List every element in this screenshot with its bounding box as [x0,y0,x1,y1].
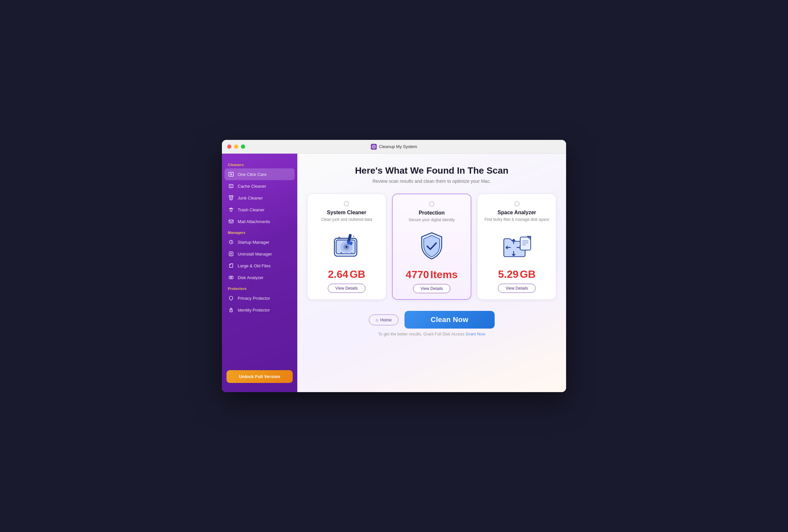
system-cleaner-unit: GB [350,268,365,281]
system-cleaner-card: System Cleaner Clean junk and cluttered … [307,193,386,300]
minimize-button[interactable] [234,144,238,149]
sidebar-item-one-click-care[interactable]: One Click Care [224,168,295,180]
protection-title: Protection [419,210,445,216]
sidebar-item-disk-analyzer[interactable]: Disk Analyzer [222,271,297,283]
main-title: Here's What We Found In The Scan [307,165,556,176]
app-title: Cleanup My System [379,144,417,149]
cache-cleaner-label: Cache Cleaner [238,184,266,189]
trash-cleaner-label: Trash Cleaner [238,207,264,212]
home-icon: ⌂ [376,318,378,322]
disk-analyzer-icon [228,274,234,281]
traffic-lights [227,144,245,149]
junk-cleaner-icon [228,195,234,201]
system-cleaner-view-details-button[interactable]: View Details [328,284,366,293]
protection-illustration [414,230,450,263]
large-old-files-icon [228,262,234,269]
space-analyzer-value: 5.29 [498,268,518,281]
identity-protector-label: Identity Protector [238,308,270,312]
svg-point-16 [346,246,348,248]
sidebar-item-privacy-protector[interactable]: Privacy Protector [222,292,297,304]
svg-point-9 [231,277,232,278]
space-analyzer-title: Space Analyzer [497,210,536,216]
titlebar-title: Cleanup My System [371,144,417,150]
svg-rect-21 [520,237,531,250]
sidebar-item-uninstall-manager[interactable]: Uninstall Manager [222,248,297,260]
system-cleaner-radio[interactable] [344,201,349,206]
space-analyzer-unit: GB [520,268,536,281]
bottom-hint: To get the better results, Grant Full Di… [378,332,486,336]
svg-rect-2 [229,184,233,188]
sidebar-item-large-old-files[interactable]: Large & Old Files [222,260,297,271]
unlock-full-version-button[interactable]: Unlock Full Version [226,370,293,383]
protection-view-details-button[interactable]: View Details [413,284,451,293]
large-old-files-label: Large & Old Files [238,263,271,268]
protection-desc: Secure your digital identity [409,218,455,222]
svg-point-11 [231,310,232,311]
hint-text: To get the better results, Grant Full Di… [378,332,465,336]
mail-attachments-icon [228,218,234,225]
space-analyzer-view-details-button[interactable]: View Details [498,284,536,293]
managers-section-label: Managers [222,227,297,236]
main-header: Here's What We Found In The Scan Review … [297,154,566,190]
cards-row: System Cleaner Clean junk and cluttered … [297,190,566,306]
sidebar-item-identity-protector[interactable]: Identity Protector [222,304,297,316]
system-cleaner-illustration [329,230,365,262]
protection-value: 4770 [406,269,429,281]
system-cleaner-value: 2.64 [328,268,348,281]
system-cleaner-desc: Clean junk and cluttered data [321,217,372,222]
home-label: Home [380,318,392,322]
main-subtitle: Review scan results and clean them to op… [307,179,556,184]
main-content: Here's What We Found In The Scan Review … [297,154,566,392]
protection-card: Protection Secure your digital identity [392,193,472,300]
startup-manager-icon [228,239,234,245]
privacy-protector-icon [228,295,234,301]
svg-rect-3 [229,196,233,197]
svg-rect-4 [229,220,233,223]
bottom-actions: ⌂ Home Clean Now [307,311,556,329]
protection-unit: Items [430,269,458,281]
app-body: Cleaners One Click Care Cache [222,154,566,392]
trash-cleaner-icon [228,206,234,213]
close-button[interactable] [227,144,232,149]
sidebar-item-trash-cleaner[interactable]: Trash Cleaner [222,204,297,216]
titlebar: Cleanup My System [222,140,566,154]
clean-now-button[interactable]: Clean Now [405,311,495,329]
protection-radio[interactable] [429,202,434,207]
maximize-button[interactable] [241,144,245,149]
cleaners-section-label: Cleaners [222,160,297,168]
space-analyzer-radio[interactable] [514,201,519,206]
space-analyzer-card: Space Analyzer Find bulky files & manage… [477,193,556,300]
sidebar-item-junk-cleaner[interactable]: Junk Cleaner [222,192,297,204]
space-analyzer-desc: Find bulky files & manage disk space [485,217,549,222]
sidebar-item-cache-cleaner[interactable]: Cache Cleaner [222,180,297,192]
startup-manager-label: Startup Manager [238,240,270,245]
identity-protector-icon [228,307,234,313]
protectors-section-label: Protectors [222,283,297,292]
junk-cleaner-label: Junk Cleaner [238,196,263,201]
svg-point-19 [340,252,342,253]
mail-attachments-label: Mail Attachments [238,219,270,224]
uninstall-manager-label: Uninstall Manager [238,251,272,257]
space-analyzer-value-row: 5.29 GB [498,268,536,281]
app-icon [371,144,377,150]
disk-analyzer-label: Disk Analyzer [238,275,263,280]
app-window: Cleanup My System Cleaners One Click Car… [222,140,566,392]
svg-point-20 [351,252,352,253]
space-analyzer-illustration [499,230,535,262]
home-button[interactable]: ⌂ Home [369,314,399,325]
system-cleaner-value-row: 2.64 GB [328,268,365,281]
sidebar: Cleaners One Click Care Cache [222,154,297,392]
sidebar-item-mail-attachments[interactable]: Mail Attachments [222,216,297,227]
grant-now-link[interactable]: Grant Now [466,332,486,336]
uninstall-manager-icon [228,251,234,257]
one-click-care-icon [228,171,234,178]
cache-cleaner-icon [228,183,234,189]
protection-value-row: 4770 Items [406,269,458,281]
bottom-bar: ⌂ Home Clean Now To get the better resul… [297,306,566,342]
privacy-protector-label: Privacy Protector [238,296,270,301]
system-cleaner-title: System Cleaner [327,210,366,216]
one-click-care-label: One Click Care [238,172,267,177]
sidebar-item-startup-manager[interactable]: Startup Manager [222,236,297,248]
